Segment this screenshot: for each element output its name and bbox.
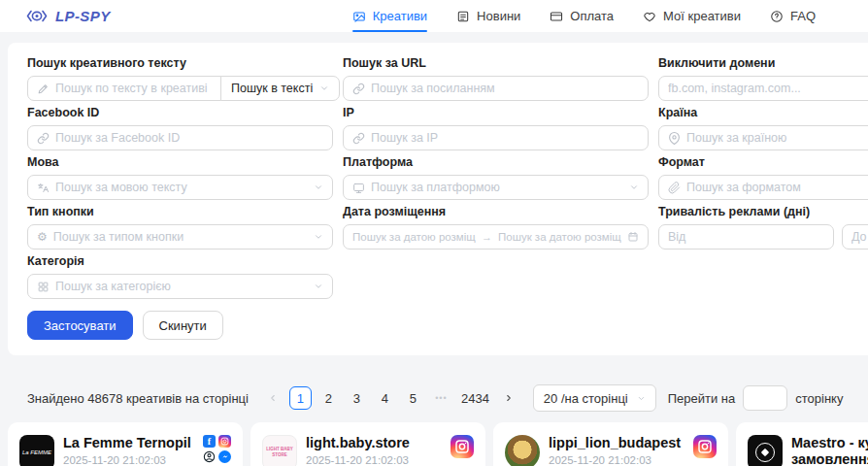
filter-platform: Платформа (343, 156, 649, 200)
nav-tab-news[interactable]: Новини (456, 0, 520, 32)
filter-label: Тип кнопки (27, 206, 333, 218)
apply-button[interactable]: Застосувати (27, 311, 133, 340)
emblem-icon (755, 443, 775, 462)
duration-from-input[interactable] (668, 230, 824, 244)
filter-exclude-domains: Виключити домени (658, 57, 868, 101)
goto-label: Перейти на (668, 391, 736, 406)
link-icon (352, 132, 365, 145)
card-title: Maestro - кухні, ме (791, 435, 868, 451)
filter-label: IP (343, 107, 649, 119)
creative-card[interactable]: lippi_lion_budapest 2025-11-20 21:02:03 … (493, 422, 728, 466)
grid-icon (37, 281, 50, 293)
nav-label: Новини (477, 9, 520, 23)
prev-page-button[interactable] (262, 386, 284, 410)
text-search-mode-select[interactable]: Пошук в тексті (220, 76, 340, 101)
calendar-icon (627, 231, 639, 243)
page-button-4[interactable]: 4 (374, 386, 396, 410)
pagination-bar: Знайдено 48678 креативів на сторінці 1 2… (27, 384, 868, 412)
link-icon (37, 132, 50, 145)
page-button-2[interactable]: 2 (317, 386, 340, 410)
platform-input[interactable] (371, 181, 623, 194)
format-input[interactable] (686, 181, 868, 194)
chevron-down-icon (629, 183, 639, 192)
category-input[interactable] (55, 280, 308, 293)
url-input[interactable] (371, 82, 639, 95)
gear-icon: ⚙ (37, 231, 48, 243)
page-size-select[interactable]: 20 /на сторінці (533, 384, 656, 412)
chevron-down-icon (314, 183, 323, 192)
card-title: La Femme Ternopil (63, 435, 191, 451)
instagram-icon (693, 435, 717, 458)
chevron-down-icon (637, 394, 646, 403)
filter-label: Формат (658, 156, 868, 169)
filter-label: Дата розміщення (343, 206, 649, 218)
avatar: La FEMME (19, 435, 54, 466)
country-input[interactable] (686, 131, 868, 145)
filter-label: Facebook ID (27, 107, 333, 119)
creative-card[interactable]: La FEMME La Femme Ternopil 2025-11-20 21… (8, 422, 243, 466)
date-range-picker[interactable]: Пошук за датою розміщення → Пошук за дат… (343, 224, 649, 250)
creative-text-input[interactable] (55, 82, 212, 95)
filter-ip: IP (343, 107, 649, 150)
filter-facebook-id: Facebook ID (27, 107, 333, 150)
page-button-5[interactable]: 5 (402, 386, 424, 410)
paperclip-icon (668, 182, 681, 194)
filter-format: Формат (658, 156, 868, 200)
duration-to-input[interactable] (851, 230, 868, 244)
credit-card-icon (550, 10, 563, 23)
creative-card[interactable]: LIGHT BABY STORE light.baby.store 2025-1… (250, 422, 485, 466)
chevron-down-icon (314, 282, 323, 291)
filter-label: Категорія (27, 255, 333, 268)
goto-page-input[interactable] (743, 385, 787, 411)
filter-country: Країна (658, 107, 868, 150)
heart-icon (643, 10, 656, 23)
category-select[interactable] (27, 274, 333, 299)
nav-tab-creatives[interactable]: Креативи (352, 0, 427, 32)
translate-icon (37, 182, 50, 194)
news-icon (456, 10, 470, 23)
facebook-id-input[interactable] (55, 131, 323, 145)
filter-label: Платформа (343, 156, 649, 169)
platform-select[interactable] (343, 175, 649, 200)
nav-label: Креативи (373, 9, 427, 23)
instagram-icon (218, 435, 231, 448)
results-summary: Знайдено 48678 креативів на сторінці (27, 391, 249, 406)
ip-input[interactable] (371, 131, 639, 145)
filter-label: Пошук креативного тексту (27, 57, 333, 70)
chevron-down-icon (314, 232, 323, 242)
date-from-placeholder[interactable]: Пошук за датою розміщення (352, 231, 476, 243)
button-type-input[interactable] (53, 230, 308, 244)
language-select[interactable] (27, 175, 333, 200)
page-button-last[interactable]: 2434 (458, 386, 492, 410)
app-logo[interactable]: LP-SPY (25, 8, 111, 24)
next-page-button[interactable] (498, 386, 519, 410)
nav-label: Оплата (570, 9, 614, 23)
reset-button[interactable]: Скинути (143, 311, 223, 340)
image-icon (352, 10, 366, 23)
avatar (505, 435, 540, 466)
date-to-placeholder[interactable]: Пошук за датою розміщення (498, 231, 621, 243)
filter-duration: Тривалість реклами (дні) (658, 206, 868, 250)
filter-label: Тривалість реклами (дні) (658, 206, 868, 218)
nav-tab-faq[interactable]: FAQ (770, 0, 816, 32)
filter-language: Мова (27, 156, 333, 200)
page-ellipsis[interactable]: ••• (430, 386, 452, 410)
link-icon (352, 83, 365, 95)
nav-label: FAQ (790, 9, 816, 23)
button-type-select[interactable]: ⚙ (27, 224, 333, 250)
messenger-icon (218, 450, 231, 463)
filter-label: Виключити домени (658, 57, 868, 70)
exclude-domains-input[interactable] (668, 82, 868, 95)
card-date: 2025-11-20 21:02:03 (63, 454, 191, 466)
card-date: 2025-11-20 21:02:03 (306, 454, 410, 466)
page-button-1[interactable]: 1 (289, 386, 312, 410)
logo-text: LP-SPY (55, 8, 111, 24)
language-input[interactable] (55, 181, 308, 194)
main-nav: Креативи Новини Оплата Мої креативи FAQ (352, 0, 816, 32)
filter-label: Мова (27, 156, 333, 169)
page-button-3[interactable]: 3 (346, 386, 368, 410)
filter-label: Країна (658, 107, 868, 119)
nav-tab-payment[interactable]: Оплата (550, 0, 614, 32)
creative-card[interactable]: Maestro - кухні, ме замовлення в Ужго 20… (736, 422, 868, 466)
nav-tab-my-creatives[interactable]: Мої креативи (643, 0, 741, 32)
